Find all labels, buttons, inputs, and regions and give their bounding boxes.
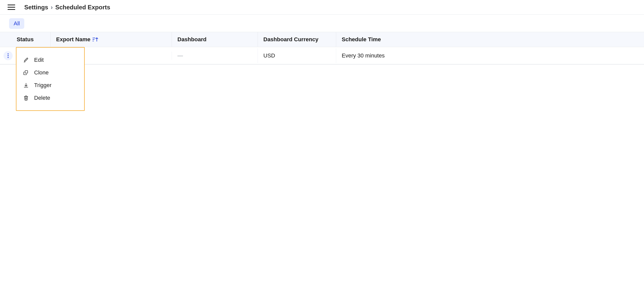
exports-table: Status Export Name Dashboard Dashboard C… [0,32,644,65]
cell-schedule: Every 30 minutes [336,48,644,63]
hamburger-menu-button[interactable] [8,4,15,11]
col-dashboard[interactable]: Dashboard [172,32,258,47]
col-export-name[interactable]: Export Name [51,32,172,47]
chevron-right-icon: › [51,4,53,11]
cell-currency: USD [258,48,336,63]
col-currency[interactable]: Dashboard Currency [258,32,336,47]
cell-dashboard: — [172,48,258,63]
top-bar: Settings › Scheduled Exports [0,0,644,15]
col-currency-label: Dashboard Currency [263,36,318,43]
breadcrumb: Settings › Scheduled Exports [24,4,110,11]
col-export-name-label: Export Name [56,36,90,43]
menu-edit[interactable]: Edit [16,54,84,65]
breadcrumb-page: Scheduled Exports [55,4,110,11]
table-header: Status Export Name Dashboard Dashboard C… [0,32,644,47]
col-status[interactable]: Status [0,32,51,47]
sort-asc-icon [93,37,98,42]
row-actions-button[interactable] [4,51,13,60]
col-schedule-label: Schedule Time [342,36,381,43]
col-status-label: Status [17,36,34,43]
table-row: ▸ — USD Every 30 minutes [0,47,644,64]
breadcrumb-root[interactable]: Settings [24,4,48,11]
menu-edit-label: Edit [34,57,44,63]
filter-all[interactable]: All [9,18,24,29]
row-actions-menu: Edit Clone Trigger [16,47,85,65]
col-schedule[interactable]: Schedule Time [336,32,644,47]
filter-row: All [0,15,644,32]
col-dashboard-label: Dashboard [177,36,206,43]
edit-icon [23,57,29,63]
